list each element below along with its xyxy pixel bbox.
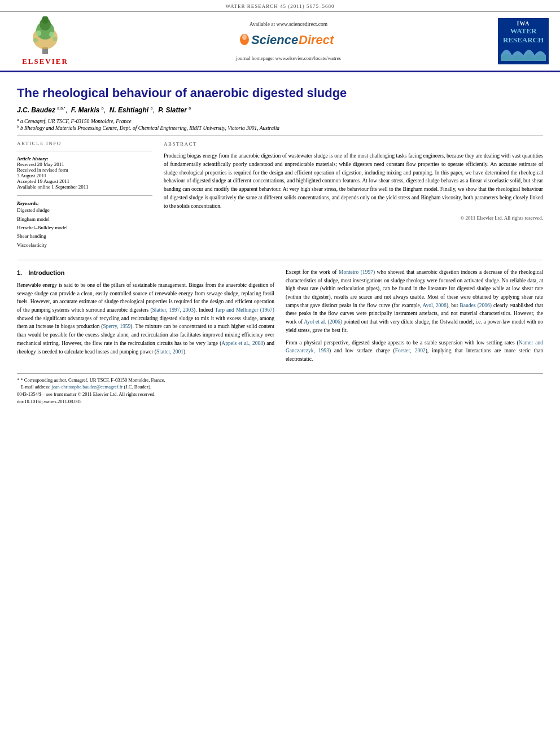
ref-baudez-2006[interactable]: Baudez (2006) [460,303,492,308]
water-research-badge: IWA WATER RESEARCH [498,18,549,64]
kw-4: Shear banding [17,232,152,241]
affiliations: a a Cemagref, UR TSCF, F-03150 Montoldre… [17,117,543,131]
svg-point-7 [33,38,38,42]
right-column: Except for the work of Monteiro (1997) w… [286,268,543,368]
ref-slatter-2001[interactable]: Slatter, 2001 [156,349,183,355]
history-label: Article history: [17,156,152,161]
svg-text:Direct: Direct [299,33,335,47]
author-slatter: P. Slatter [158,106,186,114]
ref-monteiro[interactable]: Monteiro (1997) [339,269,375,275]
left-column: 1. Introduction Renewable energy is said… [17,268,274,368]
available-at: Available at www.sciencedirect.com [79,21,498,27]
divider-keywords [17,195,152,196]
keywords-list: Digested sludge Bingham model Herschel–B… [17,206,152,249]
kw-3: Herschel–Bulkley model [17,224,152,232]
article-info-header: ARTICLE INFO [17,141,152,146]
keywords-label: Keywords: [17,200,152,206]
copyright: © 2011 Elsevier Ltd. All rights reserved… [164,215,543,222]
author-baudez: J.C. Baudez [17,106,55,114]
received-revised-label: Received in revised form [17,167,152,173]
abstract-text: Producing biogas energy from the anaerob… [164,152,543,210]
wr-title: WATER RESEARCH [499,27,548,44]
elsevier-tree-icon [23,16,68,56]
footnote-corresponding: * * Corresponding author. Cemagref, UR T… [17,377,543,384]
journal-header: WATER RESEARCH 45 (2011) 5675–5680 [0,0,560,12]
author-markis: F. Markis [71,106,100,114]
accepted-date: Accepted 19 August 2011 [17,178,152,184]
divider-main [17,260,543,260]
intro-para-1: Renewable energy is said to be one of th… [17,281,274,356]
footnote-issn: 0043-1354/$ – see front matter © 2011 El… [17,391,543,398]
ref-ayol[interactable]: Ayol, 2006 [422,303,446,308]
kw-1: Digested sludge [17,206,152,215]
revised-date: 3 August 2011 [17,173,152,178]
elsevier-logo: ELSEVIER [11,16,79,66]
article-info-panel: ARTICLE INFO Article history: Received 2… [17,141,152,255]
article-history-block: Article history: Received 20 May 2011 Re… [17,156,152,190]
affiliation-b: b b Rheology and Materials Processing Ce… [17,124,543,131]
author-eshtiaghi: N. Eshtiaghi [110,106,148,114]
ref-ayol-2006[interactable]: Ayol et al. (2006) [304,319,342,325]
affiliation-a: a a Cemagref, UR TSCF, F-03150 Montoldre… [17,117,543,124]
ref-slatter-1997[interactable]: Slatter, 1997, 2003 [152,307,194,313]
footnotes: * * Corresponding author. Cemagref, UR T… [17,373,543,405]
ref-forster[interactable]: Forster, 2002 [395,348,426,353]
center-info: Available at www.sciencedirect.com Scien… [79,21,498,61]
journal-homepage: journal homepage: www.elsevier.com/locat… [79,55,498,61]
right-para-2: From a physical perspective, digested sl… [286,339,543,364]
svg-text:Science: Science [251,33,298,47]
divider-top [17,136,543,136]
intro-title: 1. Introduction [17,268,274,278]
available-online: Available online 1 September 2011 [17,184,152,190]
right-para-1: Except for the work of Monteiro (1997) w… [286,268,543,335]
svg-point-10 [242,34,247,40]
footnote-doi: doi:10.1016/j.watres.2011.08.035 [17,398,543,405]
article-title: The rheological behaviour of anaerobic d… [17,86,543,101]
abstract-header: ABSTRACT [164,141,543,148]
svg-point-6 [49,32,55,37]
elsevier-text: ELSEVIER [22,57,68,66]
svg-point-5 [36,30,41,36]
email-link[interactable]: jean-christophe.baudez@cemagref.fr [52,384,123,390]
ref-tarp[interactable]: Tarp and Melbinger (1967) [215,307,274,313]
kw-2: Bingham model [17,215,152,224]
ref-sperry[interactable]: Sperry, 1959 [103,324,130,329]
ref-appels[interactable]: Appels et al., 2008 [221,340,263,346]
article-body: The rheological behaviour of anaerobic d… [0,72,560,411]
divider-info [17,151,152,151]
abstract-panel: ABSTRACT Producing biogas energy from th… [164,141,543,255]
footnote-email: E-mail address: jean-christophe.baudez@c… [17,383,543,391]
intro-heading: Introduction [28,269,64,276]
main-content: 1. Introduction Renewable energy is said… [17,268,543,368]
intro-number: 1. [17,269,22,276]
article-info-abstract: ARTICLE INFO Article history: Received 2… [17,141,543,255]
keywords-block: Keywords: Digested sludge Bingham model … [17,200,152,249]
authors: J.C. Baudez a,b,*, F. Markis b, N. Eshti… [17,106,543,114]
journal-header-text: WATER RESEARCH 45 (2011) 5675–5680 [225,3,334,9]
received-date: Received 20 May 2011 [17,161,152,167]
kw-5: Viscoelasticity [17,241,152,250]
iwa-label: IWA [499,20,548,27]
svg-point-8 [53,37,57,41]
top-banner: ELSEVIER Available at www.sciencedirect.… [0,12,560,72]
sciencedirect-logo: Science Direct [238,29,339,53]
